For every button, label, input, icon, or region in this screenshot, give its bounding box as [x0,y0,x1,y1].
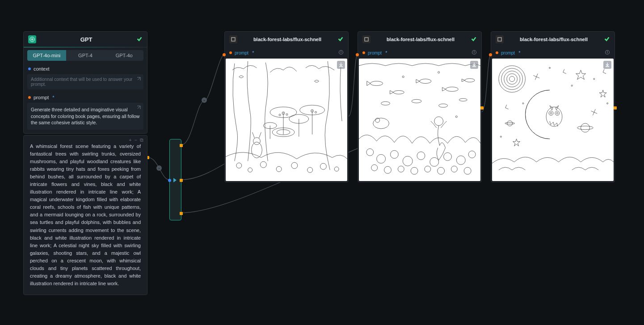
expand-icon[interactable] [136,77,141,81]
svg-point-85 [500,136,501,137]
svg-point-22 [320,163,326,169]
copy-icon[interactable]: ⧉ [140,137,143,143]
flux-node-1[interactable]: black-forest-labs/flux-schnell prompt * [224,31,349,182]
required-star-icon: * [52,95,54,100]
flux-output-image-underwater[interactable] [359,59,480,181]
flux-logo-icon [229,35,237,43]
svg-point-37 [381,101,390,105]
flux-node-header: black-forest-labs/flux-schnell [491,32,615,47]
prompt-port-icon [229,51,232,54]
edge-delete-button[interactable]: × [202,97,207,103]
svg-point-49 [430,157,439,166]
status-check-icon [471,36,477,43]
prompt-port-icon [28,96,31,99]
svg-point-17 [248,168,253,172]
svg-point-82 [571,85,572,86]
svg-point-46 [390,150,398,158]
gpt-node-title: GPT [40,36,133,43]
svg-point-44 [366,149,374,156]
svg-point-71 [509,76,515,82]
info-icon[interactable] [471,50,477,56]
required-star-icon: * [385,50,387,55]
flux-input-port[interactable] [356,53,359,56]
prompt-input[interactable]: Generate three detailed and imaginative … [27,103,143,130]
flux-node-2[interactable]: black-forest-labs/flux-schnell prompt * [358,31,482,182]
info-icon[interactable] [338,50,344,56]
flux-prompt-label: prompt [368,51,382,55]
svg-point-74 [555,111,560,115]
flux-node-3[interactable]: black-forest-labs/flux-schnell prompt * [491,31,615,182]
svg-point-72 [546,107,562,127]
tab-gpt4o-mini[interactable]: GPT-4o-mini [27,50,66,61]
prompt-port-icon [362,51,365,54]
play-icon [173,178,177,182]
prompt-label: prompt [34,95,49,100]
svg-point-35 [446,87,459,92]
svg-point-79 [507,121,513,126]
svg-point-45 [377,154,386,163]
splitter-output-port-2[interactable] [180,212,183,215]
svg-point-77 [581,123,590,132]
tab-gpt4[interactable]: GPT-4 [66,50,105,61]
splitter-input-port[interactable] [168,179,171,182]
info-icon[interactable] [605,50,610,56]
svg-point-34 [420,79,431,84]
svg-point-86 [607,103,608,104]
context-placeholder: Additionnal context that will be used to… [31,77,132,87]
svg-point-78 [577,126,593,130]
flux-input-port[interactable] [489,53,492,56]
svg-point-66 [607,51,608,51]
svg-point-62 [438,72,440,73]
svg-point-3 [341,51,341,51]
download-icon[interactable] [470,61,478,69]
gpt-output-node[interactable]: + − ⧉ A whimsical forest scene featuring… [23,135,147,295]
gpt-logo-icon [28,35,36,43]
prompt-value: Generate three detailed and imaginative … [31,107,139,125]
svg-point-21 [307,167,313,173]
svg-point-83 [593,78,595,80]
download-icon[interactable] [337,61,345,69]
flux-output-port[interactable] [480,106,484,110]
flux-node-header: black-forest-labs/flux-schnell [225,32,348,47]
collapse-icon[interactable]: + [129,137,131,143]
svg-point-73 [549,111,553,115]
context-input[interactable]: Additionnal context that will be used to… [27,74,143,89]
flux-prompt-row: prompt * [358,47,481,59]
splitter-output-port-0[interactable] [180,144,183,147]
splitter-node[interactable] [169,139,181,220]
svg-point-67 [499,66,526,93]
svg-point-60 [464,167,471,174]
output-controls: + − ⧉ [129,137,143,143]
svg-point-61 [402,76,404,78]
svg-point-48 [417,152,425,160]
flux-output-port[interactable] [614,106,617,110]
svg-point-56 [411,167,418,174]
flux-output-image-forest[interactable] [226,59,347,181]
svg-point-47 [403,156,412,166]
svg-point-18 [260,161,266,168]
download-icon[interactable] [603,61,611,69]
context-port-icon [28,68,31,70]
svg-point-19 [276,166,282,172]
flux-prompt-label: prompt [235,51,248,55]
splitter-output-port-1[interactable] [180,179,183,182]
prompt-port-icon [496,51,498,54]
gpt-node[interactable]: GPT GPT-4o-mini GPT-4 GPT-4o context Add… [23,31,147,134]
flux-input-port[interactable] [223,53,226,56]
flux-prompt-row: prompt * [491,47,615,59]
flux-node-title: black-forest-labs/flux-schnell [241,37,334,42]
svg-point-50 [444,152,452,160]
svg-point-31 [474,51,475,51]
svg-point-59 [451,166,457,172]
gpt-output-text: A whimsical forest scene featuring a var… [30,143,141,287]
node-canvas[interactable]: × × GPT GPT-4o-mini GPT-4 GPT-4o context… [0,0,644,325]
svg-point-28 [315,111,317,113]
model-tabs: GPT-4o-mini GPT-4 GPT-4o [27,50,143,61]
flux-output-image-celestial[interactable] [492,59,614,181]
svg-point-36 [465,79,475,82]
svg-point-68 [501,68,523,90]
tab-gpt4o[interactable]: GPT-4o [105,50,143,61]
edge-delete-button[interactable]: × [156,165,162,171]
minimize-icon[interactable]: − [135,137,137,143]
expand-icon[interactable] [136,106,141,110]
